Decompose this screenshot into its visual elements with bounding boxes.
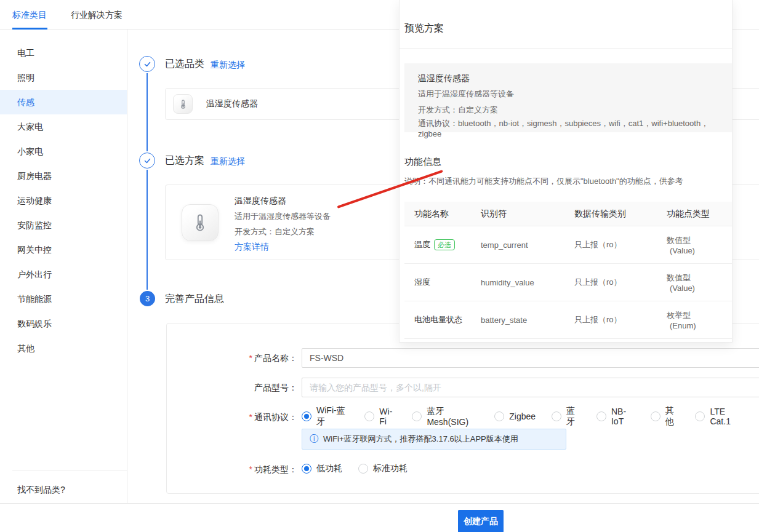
selected-category-name: 温湿度传感器 (206, 98, 258, 109)
summary-desc: 适用于温湿度传感器等设备 (418, 89, 718, 100)
fn-transfer: 只上报（ro） (564, 277, 657, 288)
step1-check-icon (139, 56, 155, 72)
sidebar-item-energy[interactable]: 节能能源 (0, 287, 127, 311)
radio-zigbee[interactable]: Zigbee (494, 411, 536, 421)
step2-reselect-link[interactable]: 重新选择 (211, 155, 245, 167)
sidebar-item-sensor[interactable]: 传感 (0, 90, 127, 114)
thermometer-icon (173, 94, 193, 114)
power-type-radio-group: 低功耗 标准功耗 (302, 459, 424, 478)
required-asterisk: * (249, 412, 252, 422)
table-row: 电池电量状态 battery_state 只上报（ro） 枚举型(Enum) (404, 301, 732, 339)
radio-icon[interactable] (494, 411, 504, 421)
solution-dev-mode: 开发方式：自定义方案 (235, 226, 331, 237)
solution-detail-link[interactable]: 方案详情 (235, 242, 331, 253)
radio-bt-mesh[interactable]: 蓝牙Mesh(SIG) (412, 406, 478, 427)
col-header-type: 功能点类型 (657, 208, 732, 220)
function-table-header: 功能名称 识别符 数据传输类别 功能点类型 (404, 202, 732, 226)
sidebar-divider (12, 470, 127, 471)
radio-icon[interactable] (651, 411, 661, 421)
cannot-find-category-link[interactable]: 找不到品类? (17, 477, 65, 502)
sidebar-item-digital-entertainment[interactable]: 数码娱乐 (0, 311, 127, 336)
radio-nbiot[interactable]: NB-IoT (596, 407, 635, 426)
protocol-hint-text: WiFi+蓝牙联网方式，推荐搭配3.17.6以上APP版本使用 (323, 434, 518, 445)
sidebar-item-kitchen-appliance[interactable]: 厨房电器 (0, 164, 127, 188)
fn-transfer: 只上报（ro） (564, 314, 657, 325)
page-footer: 创建产品 (0, 503, 759, 532)
radio-bluetooth[interactable]: 蓝牙 (552, 405, 580, 427)
fn-identifier: battery_state (471, 316, 564, 325)
tab-standard-category[interactable]: 标准类目 (12, 0, 47, 30)
fn-type: 枚举型(Enum) (657, 310, 732, 330)
preview-solution-panel: 预览方案 温湿度传感器 适用于温湿度传感器等设备 开发方式：自定义方案 通讯协议… (399, 0, 733, 343)
sidebar-item-lighting[interactable]: 照明 (0, 65, 127, 90)
radio-low-power[interactable]: 低功耗 (302, 463, 342, 474)
fn-type: 数值型(Value) (657, 235, 732, 255)
radio-wifi-bt[interactable]: WiFi-蓝牙 (302, 405, 348, 427)
required-asterisk: * (249, 353, 252, 363)
fn-name: 温度 (414, 239, 430, 250)
col-header-name: 功能名称 (404, 208, 471, 220)
fn-transfer: 只上报（ro） (564, 239, 657, 250)
product-model-input[interactable] (302, 378, 759, 397)
step1-title: 已选品类 (165, 57, 204, 71)
summary-protocols: 通讯协议：bluetooth，nb-iot，sigmesh，subpieces，… (418, 118, 718, 138)
category-sidebar: 电工 照明 传感 大家电 小家电 厨房电器 运动健康 安防监控 网关中控 户外出… (0, 30, 127, 503)
step2-check-icon (139, 153, 155, 169)
solution-summary-box: 温湿度传感器 适用于温湿度传感器等设备 开发方式：自定义方案 通讯协议：blue… (404, 63, 732, 132)
power-type-label: *功耗类型： (166, 463, 297, 475)
col-header-transfer: 数据传输类别 (564, 208, 657, 220)
required-asterisk: * (249, 464, 252, 474)
radio-other[interactable]: 其他 (651, 405, 680, 427)
function-info-note: 说明：不同通讯能力可能支持功能点不同，仅展示"bluetooth"的功能点，供参… (404, 176, 683, 187)
sidebar-item-small-appliance[interactable]: 小家电 (0, 139, 127, 164)
function-table: 功能名称 识别符 数据传输类别 功能点类型 温度必选 temp_current … (404, 202, 732, 339)
step-connector-2 (147, 170, 148, 290)
radio-wifi[interactable]: Wi-Fi (364, 407, 396, 426)
sidebar-item-large-appliance[interactable]: 大家电 (0, 114, 127, 139)
sidebar-item-security-monitor[interactable]: 安防监控 (0, 213, 127, 237)
solution-name: 温湿度传感器 (235, 196, 331, 207)
radio-icon[interactable] (695, 411, 705, 421)
required-badge: 必选 (434, 239, 455, 250)
solution-desc: 适用于温湿度传感器等设备 (235, 211, 331, 222)
sidebar-item-gateway[interactable]: 网关中控 (0, 237, 127, 262)
product-model-label: 产品型号： (166, 381, 297, 394)
radio-icon[interactable] (358, 464, 368, 474)
sidebar-item-electrical[interactable]: 电工 (0, 41, 127, 65)
sidebar-item-sport-health[interactable]: 运动健康 (0, 188, 127, 213)
col-header-identifier: 识别符 (471, 208, 564, 220)
tab-industry-solution[interactable]: 行业解决方案 (71, 0, 122, 30)
fn-type: 数值型(Value) (657, 272, 732, 293)
product-name-input[interactable] (302, 348, 759, 368)
protocol-radio-group: WiFi-蓝牙 Wi-Fi 蓝牙Mesh(SIG) Zigbee 蓝牙 NB-I… (302, 407, 759, 426)
step2-title: 已选方案 (165, 153, 204, 168)
sidebar-item-other[interactable]: 其他 (0, 336, 127, 360)
step-connector-1 (147, 73, 148, 151)
create-product-button[interactable]: 创建产品 (458, 510, 504, 532)
summary-dev-mode: 开发方式：自定义方案 (418, 105, 718, 116)
radio-lte-cat1[interactable]: LTE Cat.1 (695, 407, 743, 426)
protocol-label: *通讯协议： (166, 411, 297, 423)
function-info-title: 功能信息 (404, 156, 441, 168)
radio-icon[interactable] (412, 411, 422, 421)
radio-icon[interactable] (302, 464, 311, 474)
fn-identifier: temp_current (471, 240, 564, 250)
summary-name: 温湿度传感器 (418, 73, 718, 84)
sidebar-item-outdoor[interactable]: 户外出行 (0, 262, 127, 287)
radio-icon[interactable] (302, 411, 311, 421)
protocol-hint-box: ⓘ WiFi+蓝牙联网方式，推荐搭配3.17.6以上APP版本使用 (302, 429, 566, 450)
thermometer-icon-large (182, 204, 219, 241)
radio-icon[interactable] (596, 411, 606, 421)
radio-icon[interactable] (364, 411, 374, 421)
panel-divider (400, 48, 732, 49)
category-list: 电工 照明 传感 大家电 小家电 厨房电器 运动健康 安防监控 网关中控 户外出… (0, 30, 127, 360)
fn-name: 电池电量状态 (414, 314, 462, 325)
radio-standard-power[interactable]: 标准功耗 (358, 463, 408, 474)
product-name-label: *产品名称： (166, 352, 297, 364)
table-row: 温度必选 temp_current 只上报（ro） 数值型(Value) (404, 226, 732, 264)
radio-icon[interactable] (552, 411, 561, 421)
step3-number-badge: 3 (140, 291, 155, 306)
step1-reselect-link[interactable]: 重新选择 (211, 58, 245, 71)
preview-panel-title: 预览方案 (404, 22, 444, 35)
info-icon: ⓘ (310, 434, 318, 445)
